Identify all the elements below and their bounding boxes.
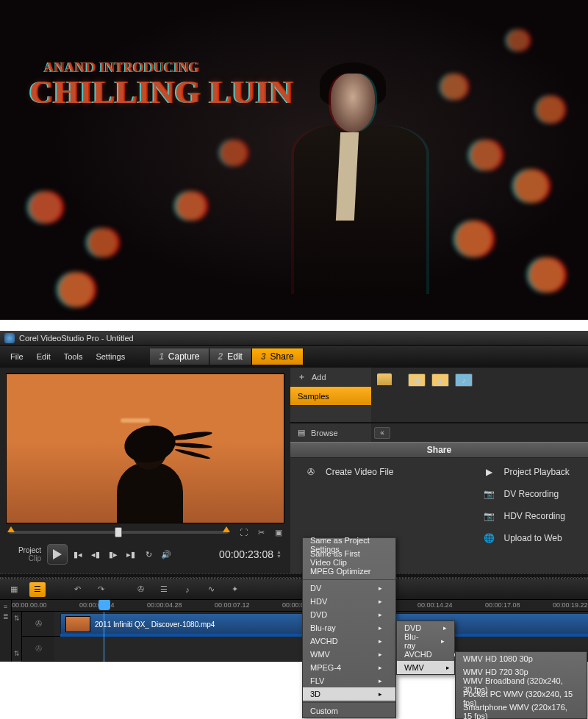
track-controls: ≡ ≣ xyxy=(0,600,12,662)
folder-icon[interactable] xyxy=(377,373,392,385)
overlay-track-label[interactable]: ✇ xyxy=(22,637,54,662)
batch-button[interactable]: ☰ xyxy=(156,582,172,597)
menu-avchd[interactable]: AVCHD▸ xyxy=(303,634,395,648)
mark-in-icon[interactable] xyxy=(7,526,15,532)
track-options-icon[interactable]: ≣ xyxy=(3,613,9,620)
step-tab-share[interactable]: 3Share xyxy=(252,348,304,365)
video-track-label[interactable]: ✇ xyxy=(22,612,54,637)
preview-frame[interactable] xyxy=(6,373,284,523)
snapshot-icon[interactable]: ▣ xyxy=(273,526,284,538)
filter-photo-button[interactable]: ▲ xyxy=(431,373,449,387)
menu-bluray[interactable]: Blu-ray▸ xyxy=(303,621,395,634)
dv-recording-button[interactable]: 📷DV Recording xyxy=(482,487,570,501)
undo-button[interactable]: ↶ xyxy=(69,582,85,597)
clip-thumbnail xyxy=(65,616,90,632)
step-tab-edit[interactable]: 2Edit xyxy=(209,348,252,365)
mixer-button[interactable]: ♪ xyxy=(179,582,196,597)
submenu-bluray[interactable]: Blu-ray▸ xyxy=(397,634,454,648)
window-title: Corel VideoStudio Pro - Untitled xyxy=(19,334,134,343)
preview-panel: ⛶ ✂ ▣ Project Clip ▮◂ ◂▮ ▮▸ ▸▮ ↻ 🔊 00:00… xyxy=(0,368,290,573)
prev-frame-button[interactable]: ◂▮ xyxy=(88,547,103,562)
add-track-icon[interactable]: ≡ xyxy=(4,603,7,610)
record-button[interactable]: ✇ xyxy=(132,582,148,597)
auto-music-button[interactable]: ∿ xyxy=(203,582,219,597)
preset-wmv-hd-1080[interactable]: WMV HD 1080 30p xyxy=(456,652,587,662)
menu-tools[interactable]: Tools xyxy=(58,349,89,364)
create-video-menu: Same as Project Settings Same as First V… xyxy=(302,537,396,662)
mark-out-icon[interactable] xyxy=(223,526,230,532)
submenu-wmv-presets: WMV HD 1080 30p WMV HD 720 30p WMV Broad… xyxy=(455,651,587,662)
cut-icon[interactable]: ✂ xyxy=(255,526,267,538)
menu-mpeg4[interactable]: MPEG-4▸ xyxy=(303,661,395,662)
transport-bar: Project Clip ▮◂ ◂▮ ▮▸ ▸▮ ↻ 🔊 00:00:23:08… xyxy=(6,541,284,568)
scrub-handle[interactable] xyxy=(115,527,122,537)
main-tabs-row: File Edit Tools Settings 1Capture 2Edit … xyxy=(0,346,588,368)
playback-icon: ▶ xyxy=(482,465,497,479)
menu-edit[interactable]: Edit xyxy=(31,349,57,364)
go-end-button[interactable]: ▸▮ xyxy=(123,547,138,562)
submenu-avchd[interactable]: AVCHD▸ xyxy=(397,648,454,661)
project-clip-label[interactable]: Project Clip xyxy=(9,546,44,562)
filter-video-button[interactable]: ▦ xyxy=(408,373,426,387)
menu-bar: File Edit Tools Settings xyxy=(0,349,135,364)
lock-icon[interactable]: ⇅ xyxy=(14,650,20,657)
playhead-icon[interactable] xyxy=(98,600,110,610)
filter-audio-button[interactable]: ♪ xyxy=(455,373,473,387)
next-frame-button[interactable]: ▮▸ xyxy=(106,547,121,562)
submenu-wmv[interactable]: WMV▸ xyxy=(397,661,454,662)
camera-icon: 📷 xyxy=(482,509,497,523)
clip-label: 2011 Infiniti QX_ Discover-1080.mp4 xyxy=(95,620,215,629)
scrub-bar[interactable]: ⛶ ✂ ▣ xyxy=(6,523,284,541)
app-logo-icon xyxy=(4,333,15,343)
storyboard-view-button[interactable]: ▦ xyxy=(6,582,22,597)
redo-button[interactable]: ↷ xyxy=(93,582,109,597)
reel-icon: ✇ xyxy=(304,465,318,479)
timecode-display[interactable]: 00:00:23:08 ▲▼ xyxy=(219,548,282,560)
marker-button[interactable]: ✦ xyxy=(226,582,243,597)
upload-web-button[interactable]: 🌐Upload to Web xyxy=(482,532,570,545)
repeat-button[interactable]: ↻ xyxy=(141,547,156,562)
browse-icon: ▤ xyxy=(298,428,305,437)
movie-still: ANAND INTRODUCING CHILLING LUIN xyxy=(0,0,588,320)
globe-icon: 🌐 xyxy=(482,532,497,545)
reel-icon: ✇ xyxy=(35,644,42,654)
camera-icon: 📷 xyxy=(482,487,497,501)
menu-wmv[interactable]: WMV▸ xyxy=(303,648,395,661)
lock-icon[interactable]: ⇅ xyxy=(14,615,20,622)
step-tab-capture[interactable]: 1Capture xyxy=(150,348,209,365)
movie-figure xyxy=(279,59,426,294)
expand-icon[interactable]: ⛶ xyxy=(237,526,249,538)
titlebar: Corel VideoStudio Pro - Untitled xyxy=(0,331,588,346)
create-video-file-button[interactable]: ✇ Create Video File xyxy=(304,465,394,479)
timecode-down-icon[interactable]: ▼ xyxy=(276,554,282,559)
go-start-button[interactable]: ▮◂ xyxy=(71,547,85,562)
play-button[interactable] xyxy=(47,544,68,565)
menu-same-first-clip[interactable]: Same as First Video Clip xyxy=(303,551,395,565)
library-samples-folder[interactable]: Samples xyxy=(290,387,371,406)
menu-dv[interactable]: DV▸ xyxy=(303,582,395,595)
menu-settings[interactable]: Settings xyxy=(90,349,131,364)
app-window: Corel VideoStudio Pro - Untitled File Ed… xyxy=(0,331,588,662)
menu-hdv[interactable]: HDV▸ xyxy=(303,595,395,608)
menu-file[interactable]: File xyxy=(4,349,29,364)
submenu-3d: DVD▸ Blu-ray▸ AVCHD▸ WMV▸ xyxy=(396,620,455,662)
collapse-button[interactable]: « xyxy=(374,427,390,439)
hdv-recording-button[interactable]: 📷HDV Recording xyxy=(482,509,570,523)
volume-button[interactable]: 🔊 xyxy=(159,547,173,562)
library-add-button[interactable]: ＋Add xyxy=(290,368,371,387)
movie-title: CHILLING LUIN xyxy=(29,74,293,111)
library-thumbnails: ▦ ▲ ♪ xyxy=(371,368,588,422)
timeline: ▦ ☰ ↶ ↷ ✇ ☰ ♪ ∿ ✦ ≡ ≣ 00:00:00.00 00:00:… xyxy=(0,578,588,662)
timeline-view-button[interactable]: ☰ xyxy=(29,582,46,597)
library-browse-button[interactable]: ▤Browse xyxy=(290,423,371,442)
reel-icon: ✇ xyxy=(35,619,42,629)
timeline-toolbar: ▦ ☰ ↶ ↷ ✇ ☰ ♪ ∿ ✦ xyxy=(0,578,588,600)
project-playback-button[interactable]: ▶Project Playback xyxy=(482,465,570,479)
share-header: Share xyxy=(290,442,588,458)
menu-dvd[interactable]: DVD▸ xyxy=(303,608,395,621)
